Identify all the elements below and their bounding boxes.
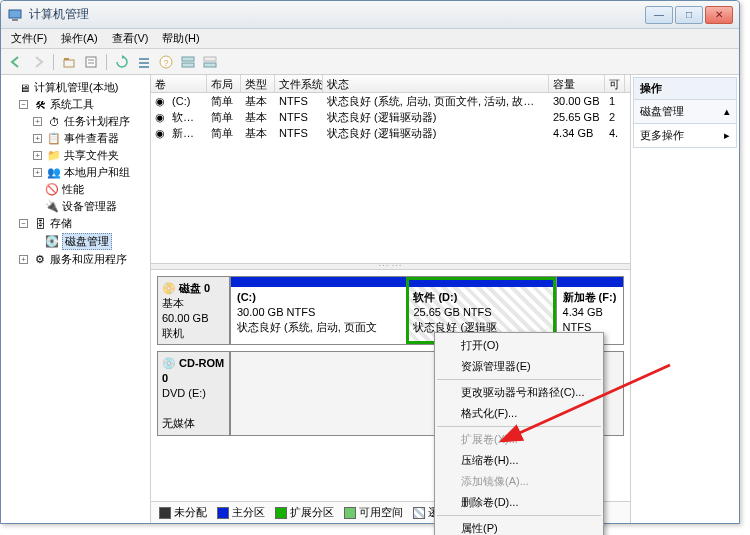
legend-unalloc: 未分配 [159,505,207,520]
titlebar[interactable]: 计算机管理 — □ ✕ [1,1,739,29]
tree-localusers[interactable]: +👥本地用户和组 [33,164,148,181]
disk-icon: 💽 [45,235,59,249]
splitter[interactable]: ⋯⋯ [151,263,630,270]
nav-tree[interactable]: 🖥计算机管理(本地) −🛠系统工具 +⏱任务计划程序 +📋事件查看器 +📁共享文… [1,75,151,523]
ctx-properties[interactable]: 属性(P) [437,518,601,535]
folder-icon: 📁 [47,149,61,163]
partition-bar [231,277,406,287]
svg-rect-8 [139,62,149,64]
forward-icon[interactable] [29,53,47,71]
tree-devmgr[interactable]: 🔌设备管理器 [33,198,148,215]
tree-scheduler[interactable]: +⏱任务计划程序 [33,113,148,130]
menubar: 文件(F) 操作(A) 查看(V) 帮助(H) [1,29,739,49]
computer-management-window: 计算机管理 — □ ✕ 文件(F) 操作(A) 查看(V) 帮助(H) ? 🖥计… [0,0,740,524]
menu-file[interactable]: 文件(F) [5,29,53,48]
up-icon[interactable] [60,53,78,71]
menu-action[interactable]: 操作(A) [55,29,104,48]
partition-c[interactable]: (C:) 30.00 GB NTFS 状态良好 (系统, 启动, 页面文 [230,277,406,344]
legend-extended: 扩展分区 [275,505,334,520]
ctx-shrink[interactable]: 压缩卷(H)... [437,450,601,471]
list-item[interactable]: ◉ 新加卷 ...简单基本NTFS状态良好 (逻辑驱动器)4.34 GB4. [151,125,630,141]
svg-rect-1 [12,19,18,21]
list-item[interactable]: ◉ 软件 (D:)简单基本NTFS状态良好 (逻辑驱动器)25.65 GB2 [151,109,630,125]
svg-rect-12 [182,57,194,61]
collapse-icon[interactable]: − [19,219,28,228]
partition-bar [557,277,623,287]
tree-root[interactable]: 🖥计算机管理(本地) [5,79,148,96]
svg-rect-13 [182,63,194,67]
col-status[interactable]: 状态 [323,75,549,92]
minimize-button[interactable]: — [645,6,673,24]
volume-list[interactable]: ◉ (C:)简单基本NTFS状态良好 (系统, 启动, 页面文件, 活动, 故障… [151,93,630,263]
menu-help[interactable]: 帮助(H) [156,29,205,48]
actions-pane: 操作 磁盘管理▴ 更多操作▸ [631,75,739,523]
svg-rect-3 [64,58,69,60]
svg-rect-9 [139,66,149,68]
maximize-button[interactable]: □ [675,6,703,24]
context-menu: 打开(O) 资源管理器(E) 更改驱动器号和路径(C)... 格式化(F)...… [434,332,604,535]
tools-icon: 🛠 [33,98,47,112]
svg-rect-2 [64,60,74,67]
expand-icon[interactable]: + [33,117,42,126]
actions-diskmgmt[interactable]: 磁盘管理▴ [633,100,737,124]
tree-performance[interactable]: 🚫性能 [33,181,148,198]
clock-icon: ⏱ [47,115,61,129]
tree-sharedfolders[interactable]: +📁共享文件夹 [33,147,148,164]
list-icon[interactable] [135,53,153,71]
collapse-icon: ▴ [724,105,730,118]
svg-rect-15 [204,57,216,61]
legend-free: 可用空间 [344,505,403,520]
storage-icon: 🗄 [33,217,47,231]
col-free[interactable]: 可 [605,75,625,92]
properties-icon[interactable] [82,53,100,71]
refresh-icon[interactable] [113,53,131,71]
cdrom-header[interactable]: 💿 CD-ROM 0 DVD (E:) 无媒体 [158,352,230,434]
gear-icon: ⚙ [33,253,47,267]
ctx-extend: 扩展卷(X)... [437,429,601,450]
disks-top-icon[interactable] [179,53,197,71]
col-volume[interactable]: 卷 [151,75,207,92]
tree-storage[interactable]: −🗄存储 [19,215,148,232]
help-icon[interactable]: ? [157,53,175,71]
list-item[interactable]: ◉ (C:)简单基本NTFS状态良好 (系统, 启动, 页面文件, 活动, 故障… [151,93,630,109]
svg-rect-0 [9,10,21,18]
ctx-explorer[interactable]: 资源管理器(E) [437,356,601,377]
ctx-mirror: 添加镜像(A)... [437,471,601,492]
toolbar: ? [1,49,739,75]
partition-bar [407,277,555,287]
svg-rect-7 [139,58,149,60]
expand-icon[interactable]: + [19,255,28,264]
ctx-format[interactable]: 格式化(F)... [437,403,601,424]
col-fs[interactable]: 文件系统 [275,75,323,92]
col-layout[interactable]: 布局 [207,75,241,92]
volume-list-header[interactable]: 卷 布局 类型 文件系统 状态 容量 可 [151,75,630,93]
ctx-open[interactable]: 打开(O) [437,335,601,356]
expand-icon[interactable]: + [33,151,42,160]
col-capacity[interactable]: 容量 [549,75,605,92]
users-icon: 👥 [47,166,61,180]
col-type[interactable]: 类型 [241,75,275,92]
ctx-change-letter[interactable]: 更改驱动器号和路径(C)... [437,382,601,403]
expand-icon[interactable]: + [33,134,42,143]
actions-more[interactable]: 更多操作▸ [633,124,737,148]
ctx-delete[interactable]: 删除卷(D)... [437,492,601,513]
svg-text:?: ? [163,58,168,68]
window-title: 计算机管理 [29,6,645,23]
collapse-icon[interactable]: − [19,100,28,109]
tree-diskmgmt[interactable]: 💽磁盘管理 [33,232,148,251]
app-icon [7,7,23,23]
close-button[interactable]: ✕ [705,6,733,24]
disks-bottom-icon[interactable] [201,53,219,71]
menu-view[interactable]: 查看(V) [106,29,155,48]
back-icon[interactable] [7,53,25,71]
chevron-right-icon: ▸ [724,129,730,142]
legend-primary: 主分区 [217,505,265,520]
computer-icon: 🖥 [17,81,31,95]
svg-rect-4 [86,57,96,67]
expand-icon[interactable]: + [33,168,42,177]
tree-systools[interactable]: −🛠系统工具 [19,96,148,113]
disk-header[interactable]: 📀 磁盘 0 基本 60.00 GB 联机 [158,277,230,344]
tree-services[interactable]: +⚙服务和应用程序 [19,251,148,268]
actions-header: 操作 [633,77,737,100]
tree-eventviewer[interactable]: +📋事件查看器 [33,130,148,147]
